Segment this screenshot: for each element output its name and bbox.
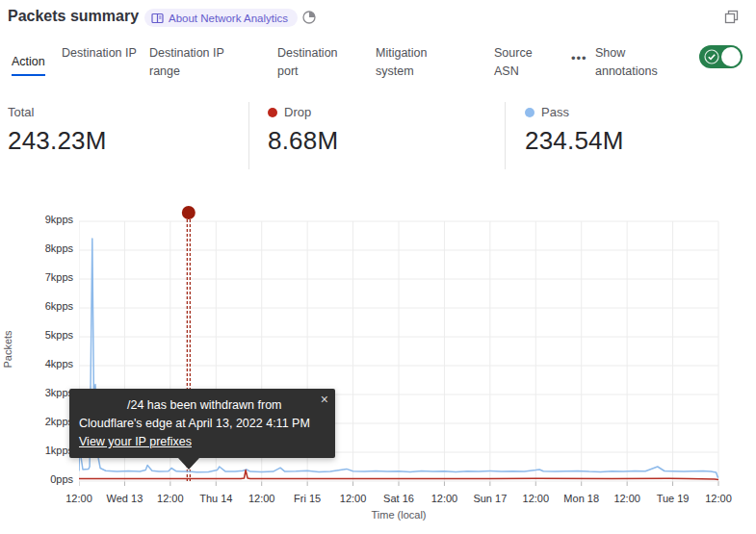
packets-time-series-chart[interactable]: Packets 9kpps8kpps7kpps6kpps5kpps4kpps3k…: [0, 197, 756, 534]
x-tick-label: Mon 18: [563, 493, 599, 504]
y-tick-label: 9kpps: [0, 214, 73, 225]
tab-destination-ip-range[interactable]: Destination IP range: [149, 44, 246, 81]
stat-pass-label: Pass: [541, 105, 569, 119]
y-tick-label: 8kpps: [0, 242, 73, 254]
stat-total-label: Total: [8, 105, 34, 119]
y-tick-label: 1kpps: [0, 445, 73, 456]
stat-divider: [248, 102, 249, 169]
x-tick-label: 12:00: [340, 493, 367, 504]
x-tick-label: Sun 17: [473, 493, 507, 504]
x-tick-label: 12:00: [705, 493, 732, 504]
tab-destination-port[interactable]: Destination port: [277, 44, 356, 81]
packets-summary-panel: Packets summary About Network Analytics …: [0, 0, 756, 534]
stat-divider: [505, 102, 506, 169]
annotation-tooltip: × /24 has been withdrawn from Cloudflare…: [69, 389, 335, 458]
tooltip-line2: Cloudflare's edge at April 13, 2022 4:11…: [79, 417, 310, 430]
toggle-knob: [721, 47, 741, 66]
tab-source-asn[interactable]: Source ASN: [494, 44, 550, 81]
show-annotations-label: Show annotations: [595, 44, 684, 81]
x-tick-label: 12:00: [431, 493, 458, 504]
x-tick-label: 12:00: [613, 493, 640, 504]
y-tick-label: 4kpps: [0, 358, 73, 369]
y-tick-label: 7kpps: [0, 271, 73, 283]
x-tick-label: Tue 19: [657, 493, 690, 504]
y-axis-title: Packets: [2, 316, 13, 383]
stat-pass-value: 234.54M: [525, 126, 624, 156]
close-icon[interactable]: ×: [321, 391, 328, 409]
page-title: Packets summary: [8, 8, 139, 25]
annotation-marker-dot[interactable]: [182, 206, 196, 219]
stat-total: Total 243.23M: [8, 105, 107, 156]
stat-drop: Drop 8.68M: [268, 105, 338, 156]
overlap-windows-icon[interactable]: [723, 9, 740, 25]
stat-pass: Pass 234.54M: [525, 105, 624, 156]
more-tabs-button[interactable]: •••: [571, 51, 587, 65]
show-annotations-toggle[interactable]: [699, 45, 743, 68]
stat-drop-value: 8.68M: [268, 126, 338, 156]
book-icon: [151, 13, 164, 24]
badge-label: About Network Analytics: [169, 13, 288, 24]
x-axis-title: Time (local): [371, 509, 426, 521]
stat-drop-label: Drop: [284, 105, 311, 119]
y-tick-label: 2kpps: [0, 416, 73, 427]
tab-destination-ip[interactable]: Destination IP: [62, 44, 139, 63]
x-tick-label: Sat 16: [383, 493, 414, 504]
check-icon: [704, 49, 719, 64]
y-tick-label: 0pps: [0, 473, 73, 485]
y-tick-label: 3kpps: [0, 387, 73, 398]
pie-history-icon[interactable]: [301, 10, 317, 25]
drop-legend-dot: [268, 108, 277, 117]
x-tick-label: 12:00: [248, 493, 275, 504]
y-tick-label: 6kpps: [0, 300, 73, 312]
pass-legend-dot: [525, 108, 534, 117]
view-ip-prefixes-link[interactable]: View your IP prefixes: [79, 433, 192, 451]
x-tick-label: Fri 15: [294, 493, 321, 504]
tooltip-arrow: [178, 458, 199, 470]
tooltip-line1: /24 has been withdrawn from: [127, 396, 326, 415]
tab-action[interactable]: Action: [12, 53, 45, 76]
x-tick-label: Thu 14: [199, 493, 232, 504]
x-tick-label: 12:00: [65, 493, 92, 504]
stat-total-value: 243.23M: [8, 126, 107, 156]
x-tick-label: Wed 13: [107, 493, 143, 504]
x-tick-label: 12:00: [157, 493, 184, 504]
about-network-analytics-badge[interactable]: About Network Analytics: [144, 9, 298, 27]
x-tick-label: 12:00: [523, 493, 550, 504]
y-tick-label: 5kpps: [0, 329, 73, 341]
tab-mitigation-system[interactable]: Mitigation system: [376, 44, 453, 81]
